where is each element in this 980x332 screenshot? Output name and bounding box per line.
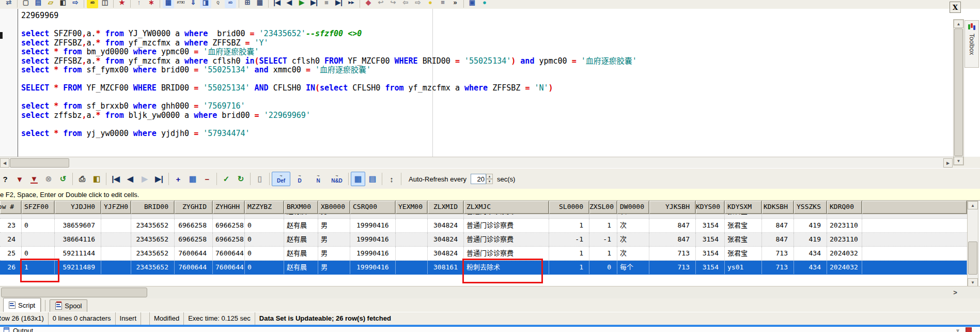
highlight-ab-icon[interactable]: ab — [87, 0, 98, 8]
help-button[interactable]: ? — [0, 172, 12, 186]
cell-BRXM00[interactable]: 赵有晨 — [284, 233, 318, 246]
cell-MZZYBZ[interactable]: 0 — [245, 247, 284, 260]
column-header-YJFZH0[interactable]: YJFZH0 — [101, 201, 131, 214]
cell-ZLXMJC[interactable]: 普通门诊诊察费 — [464, 233, 549, 246]
cell-ZYHGHH[interactable]: 6966258 — [213, 233, 245, 246]
cell-SFZF00[interactable] — [22, 233, 55, 246]
cell-DW0000[interactable]: 次 — [617, 214, 649, 218]
cell-YJFZH0[interactable] — [101, 261, 131, 274]
column-header-YJKSBH[interactable]: YJKSBH — [649, 201, 696, 214]
cell-YSSZKS[interactable]: 419 — [794, 214, 827, 218]
cell-YJKSBH[interactable]: 713 — [649, 247, 696, 260]
cell-Row-#[interactable]: 26 — [0, 261, 22, 274]
revert-data-button[interactable]: ↻ — [234, 172, 248, 186]
cell-ZYGHID[interactable]: 6966258 — [175, 233, 213, 246]
edit-grid-icon[interactable]: ▦ — [254, 0, 266, 8]
cell-KDKSBH[interactable]: 713 — [762, 247, 794, 260]
cell-BRXM00[interactable]: 赵有晨 — [284, 219, 318, 232]
cell-YJFZH0[interactable] — [101, 219, 131, 232]
column-header-YSSZKS[interactable]: YSSZKS — [794, 201, 827, 214]
cell-ZXSL00[interactable]: 0 — [589, 261, 617, 274]
commit-icon[interactable]: ◆ — [363, 0, 374, 8]
cell-ZYHGHH[interactable]: 7600644 — [213, 247, 245, 260]
column-header-KDRQ00[interactable]: KDRQ00 — [827, 201, 862, 214]
sort-d-button[interactable]: ~D — [290, 172, 309, 186]
cell-YJKSBH[interactable]: 713 — [649, 261, 696, 274]
forward-icon[interactable]: ⇨ — [412, 0, 424, 8]
grid-vertical-scrollbar[interactable]: ▲ ▼ — [967, 201, 978, 286]
cell-SL0000[interactable]: 1 — [549, 261, 589, 274]
cell-KDYS00[interactable]: 3154 — [696, 261, 725, 274]
refresh-button[interactable]: ↺ — [56, 172, 70, 186]
cell-KDYSXM[interactable]: ys01 — [725, 261, 762, 274]
cell-KDRQ00[interactable]: 2024032 — [827, 247, 862, 260]
cell-ZYHGHH[interactable]: 6966258 — [213, 214, 245, 218]
column-header-ZLXMID[interactable]: ZLXMID — [428, 201, 464, 214]
cell-ZXSL00[interactable]: -1 — [589, 233, 617, 246]
column-header-ZYHGHH[interactable]: ZYHGHH — [213, 201, 245, 214]
column-header-SFZF00[interactable]: SFZF00 — [22, 201, 55, 214]
cell-YEXM00[interactable] — [396, 247, 428, 260]
grid-hscroll-thumb[interactable] — [1, 288, 147, 297]
results-grid[interactable]: Row #SFZF00YJDJH0YJFZH0BRID00ZYGHIDZYHGH… — [0, 201, 980, 286]
row-height-button[interactable]: ↕ — [384, 172, 399, 186]
cell-BRID00[interactable]: 23435652 — [131, 219, 175, 232]
load-data-icon[interactable]: ⇓ — [188, 0, 199, 8]
cell-ZLXMJC[interactable]: 普通门诊诊察费 — [464, 214, 549, 218]
cell-XB0000[interactable]: 男 — [318, 261, 350, 274]
print-button[interactable]: ⎙ — [75, 172, 89, 186]
close-panel-button[interactable]: X — [950, 2, 961, 13]
toolbox-tab[interactable]: Toolbox — [965, 20, 979, 68]
cell-YEXM00[interactable] — [396, 219, 428, 232]
save-icon[interactable]: ◧ — [57, 0, 69, 8]
cell-Row-#[interactable]: 25 — [0, 247, 22, 260]
cell-KDYS00[interactable]: 3154 — [696, 214, 725, 218]
cell-BRID00[interactable]: 23435652 — [131, 247, 175, 260]
undo-icon[interactable]: ↩ — [375, 0, 386, 8]
cell-KDRQ00[interactable]: 2024032 — [827, 261, 862, 274]
status-ball-icon[interactable]: ● — [479, 0, 490, 8]
open-file-icon[interactable]: ▤ — [33, 0, 44, 8]
list-options-icon[interactable]: ≡ — [437, 0, 448, 8]
cell-MZZYBZ[interactable]: 0 — [245, 233, 284, 246]
table-frame-icon[interactable]: ◨ — [200, 0, 211, 8]
rollback-button[interactable]: ▯ — [253, 172, 267, 186]
sql-editor[interactable]: 22969969 select SFZF00,a.* from YJ_YW000… — [0, 9, 980, 157]
back-icon[interactable]: ⇦ — [400, 0, 411, 8]
cell-ZYGHID[interactable]: 6966258 — [175, 219, 213, 232]
cell-Row-#[interactable]: 24 — [0, 233, 22, 246]
exec-step-icon[interactable]: ▶| — [333, 0, 345, 8]
first-record-button[interactable]: |◀ — [108, 172, 123, 186]
redo-icon[interactable]: ↪ — [387, 0, 399, 8]
tab-spool[interactable]: Spool — [50, 299, 87, 312]
column-header-KDYSXM[interactable]: KDYSXM — [725, 201, 762, 214]
scroll-right-icon[interactable]: ▶ — [943, 158, 953, 168]
column-header-SL0000[interactable]: SL0000 — [549, 201, 589, 214]
cell-SFZF00[interactable]: 0 — [22, 214, 55, 218]
cell-KDYS00[interactable]: 3154 — [696, 233, 725, 246]
cell-YJDJH0[interactable]: 38664116 — [55, 233, 101, 246]
last-record-button[interactable]: ▶| — [152, 172, 166, 186]
cell-CSRQ00[interactable]: 19990416 — [350, 233, 396, 246]
cell-ZYHGHH[interactable]: 7600644 — [213, 261, 245, 274]
exec-end-icon[interactable]: ▶▶ — [346, 0, 357, 8]
describe-grid-icon[interactable]: ▦ — [163, 0, 174, 8]
cell-BRID00[interactable]: 23435652 — [131, 261, 175, 274]
column-header-YJDJH0[interactable]: YJDJH0 — [55, 201, 101, 214]
cell-XB0000[interactable]: 男 — [318, 233, 350, 246]
form-view-button[interactable]: ▤ — [365, 172, 380, 186]
grid-scroll-right-icon[interactable]: > — [950, 287, 961, 298]
cell-CSRQ00[interactable]: 19990416 — [350, 247, 396, 260]
cell-MZZYBZ[interactable]: 0 — [245, 219, 284, 232]
cell-YJDJH0[interactable]: 38659607 — [55, 214, 101, 218]
table-row[interactable]: 243866411623435652696625869662580赵有晨男199… — [0, 233, 967, 247]
auto-refresh-input[interactable] — [471, 174, 486, 184]
exec-next-icon[interactable]: ▶| — [308, 0, 320, 8]
cell-KDRQ00[interactable]: 2023110 — [827, 233, 862, 246]
tab-script[interactable]: Script — [3, 298, 41, 312]
cell-BRID00[interactable]: 23435652 — [131, 233, 175, 246]
cell-ZLXMID[interactable]: 308161 — [428, 261, 464, 274]
output-panel-header[interactable]: Output ▼ — [0, 327, 980, 332]
cell-KDYS00[interactable]: 3154 — [696, 247, 725, 260]
cell-ZXSL00[interactable]: 1 — [589, 219, 617, 232]
